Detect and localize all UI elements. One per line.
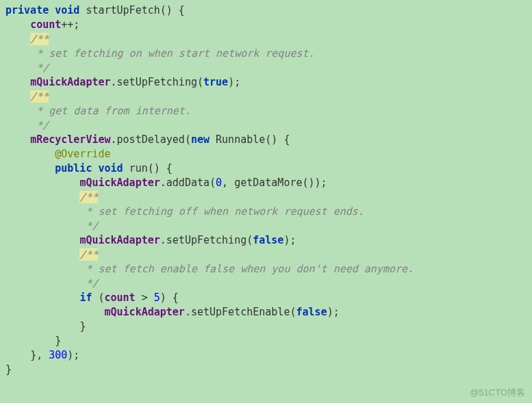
paren-open: ( [185,133,191,146]
method-getDataMore: getDataMore [234,177,302,189]
close-brace-comma: }, [30,349,49,361]
keyword-void: void [98,162,123,174]
comment-line: * set fetching on when start network req… [5,47,315,60]
field-mQuickAdapter: mQuickAdapter [79,177,160,189]
paren-open: ( [197,76,203,88]
dot: . [185,306,191,318]
close-brace: } [55,335,61,347]
keyword-public: public [55,162,92,174]
keyword-false: false [296,306,327,318]
method-addData: addData [166,177,210,189]
method-postDelayed: postDelayed [117,133,185,146]
keyword-false: false [253,234,283,246]
keyword-new: new [191,133,210,146]
operator-gt: > [136,291,154,304]
code-block: private void startUpFetch() { count++; /… [5,3,527,377]
comma: , [222,177,234,189]
method-setUpFetchEnable: setUpFetchEnable [191,306,290,318]
paren-close-semi: ); [228,76,240,88]
paren-close-semi: ); [327,306,340,318]
close-parens: ()); [303,177,327,189]
paren-close-brace: ) { [160,291,179,304]
paren-brace: () { [265,133,290,146]
dot: . [111,133,117,146]
close-brace: } [79,320,86,333]
comment-line: * get data from internet. [5,105,191,117]
method-run: run [129,162,148,174]
comment-end: */ [5,62,49,74]
keyword-true: true [203,76,228,88]
field-mQuickAdapter: mQuickAdapter [79,234,160,246]
syntax: () { [160,4,185,16]
number-0: 0 [216,177,222,189]
paren-close-semi: ); [283,234,296,246]
dot: . [160,177,166,189]
keyword-void: void [55,4,79,16]
field-mRecyclerView: mRecyclerView [30,133,110,146]
comment-marker: /** [30,90,49,103]
method-setUpFetching: setUpFetching [117,76,197,88]
comment-line: * set fetching off when network request … [5,205,364,218]
comment-line: * set fetch enable false when you don't … [5,263,414,275]
comment-end: */ [5,119,49,131]
operator: ++; [61,18,79,31]
annotation-override: @Override [55,148,110,160]
method-startUpFetch: startUpFetch [86,4,160,16]
paren-brace: () { [148,162,173,174]
number-5: 5 [154,291,160,304]
class-Runnable: Runnable [216,133,265,146]
comment-marker: /** [79,248,98,261]
field-mQuickAdapter: mQuickAdapter [105,306,185,318]
close-brace: } [5,363,12,376]
paren-open: ( [98,291,104,304]
number-300: 300 [49,349,67,361]
comment-marker: /** [79,191,98,203]
dot: . [111,76,117,88]
field-count: count [30,18,61,31]
field-mQuickAdapter: mQuickAdapter [30,76,110,88]
watermark: @51CTO博客 [470,387,525,399]
comment-end: */ [5,277,98,289]
comment-end: */ [5,220,98,232]
keyword-if: if [79,291,92,304]
field-count: count [105,291,136,304]
paren-open: ( [246,234,253,246]
comment-marker: /** [30,33,49,45]
paren-close-semi: ); [67,349,79,361]
dot: . [160,234,166,246]
method-setUpFetching: setUpFetching [166,234,246,246]
paren-open: ( [210,177,216,189]
keyword-private: private [5,4,49,16]
